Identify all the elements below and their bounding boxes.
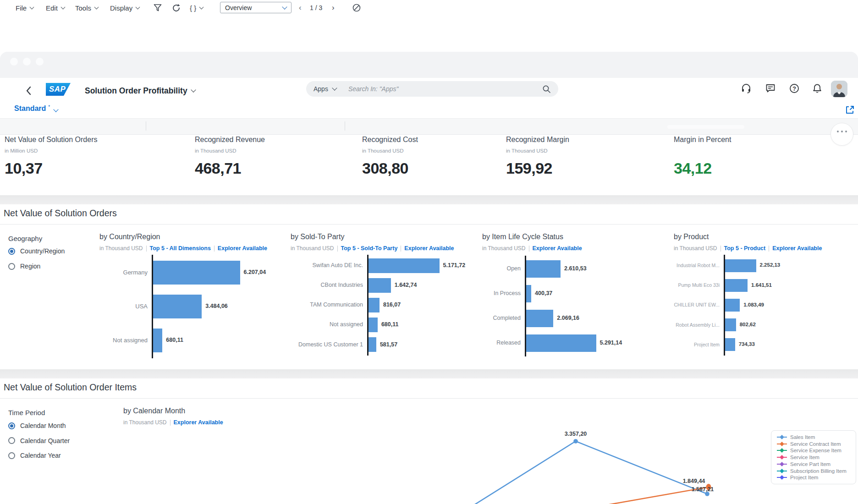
user-avatar[interactable] [831, 81, 847, 97]
bar[interactable] [368, 298, 380, 312]
bar[interactable] [725, 299, 740, 312]
radio-option-calendar-year[interactable]: Calendar Year [8, 452, 61, 459]
bar[interactable] [526, 285, 532, 302]
chart-link[interactable]: Explorer Available [174, 419, 223, 426]
feedback-chat-icon[interactable] [765, 83, 776, 94]
divider [0, 398, 858, 399]
legend-marker-icon [777, 469, 787, 473]
bar-value-label: 5.291,14 [600, 340, 622, 346]
variant-selector[interactable]: Standard* [14, 104, 58, 116]
chart-link[interactable]: Top 5 - Sold-To Party [341, 245, 398, 252]
bar-value-label: 680,11 [381, 321, 399, 328]
share-export-icon[interactable] [845, 105, 855, 115]
search-scope-select[interactable]: Apps [314, 85, 328, 93]
chart-unit: in Thousand USD [291, 245, 334, 252]
bar-chart-subtitle: in Thousand USDExplorer Available [482, 245, 582, 252]
page-prev-icon[interactable]: ‹ [299, 0, 302, 16]
bar[interactable] [368, 278, 391, 293]
legend-item[interactable]: Project Item [777, 475, 853, 480]
chart-legend: Sales ItemService Contract ItemService E… [771, 430, 856, 484]
legend-label: Sales Item [790, 434, 815, 440]
bar[interactable] [526, 260, 561, 278]
legend-label: Project Item [790, 475, 818, 480]
formula-braces-button[interactable]: { } [190, 0, 203, 16]
bar-category-label: TAM Communication [291, 301, 363, 308]
data-point-label: 1.849,44 [683, 478, 705, 484]
radio-label: Calendar Year [20, 452, 61, 459]
filter-icon[interactable] [153, 0, 162, 16]
bar[interactable] [526, 334, 596, 352]
kpi-unit [674, 148, 731, 154]
bar[interactable] [526, 310, 554, 327]
kpi-tile[interactable]: Margin in Percent34,12 [674, 136, 731, 177]
kpi-value: 10,37 [5, 159, 97, 177]
shell-search-bar[interactable]: Apps Search In: "Apps" [306, 81, 558, 97]
back-button[interactable] [22, 84, 35, 97]
kpi-tile[interactable]: Recognized Marginin Thousand USD159,92 [506, 136, 569, 177]
chart-link[interactable]: Top 5 - All Dimensions [150, 245, 211, 252]
radio-option-region[interactable]: Region [8, 263, 40, 270]
bar[interactable] [725, 318, 736, 331]
legend-item[interactable]: Sales Item [777, 434, 853, 440]
bar-category-label: CBont Industries [291, 282, 363, 288]
legend-item[interactable]: Service Item [777, 455, 853, 460]
bar[interactable] [368, 258, 440, 273]
kpi-tile[interactable]: Recognized Costin Thousand USD308,80 [362, 136, 418, 177]
bar[interactable] [725, 259, 756, 272]
bar-value-label: 734,33 [739, 341, 755, 347]
bar-category-label: Not assigned [291, 321, 363, 328]
menu-display[interactable]: Display [110, 0, 139, 16]
chevron-left-icon [26, 86, 32, 95]
radio-icon [8, 437, 15, 444]
radio-option-calendar-quarter[interactable]: Calendar Quarter [8, 437, 70, 444]
menu-file[interactable]: File [16, 0, 33, 16]
radio-selected-icon [8, 248, 15, 255]
search-icon[interactable] [542, 85, 551, 93]
kpi-value: 159,92 [506, 159, 569, 177]
svg-text:?: ? [792, 86, 796, 92]
support-headset-icon[interactable] [741, 83, 752, 94]
window-dot-icon [10, 58, 18, 66]
search-input[interactable]: Search In: "Apps" [348, 85, 399, 93]
legend-label: Service Item [790, 455, 820, 460]
chart-link[interactable]: Explorer Available [218, 245, 267, 252]
view-select[interactable]: Overview [220, 2, 292, 13]
kpi-tile[interactable]: Net Value of Solution Ordersin Million U… [5, 136, 97, 177]
chevron-down-icon [332, 85, 337, 90]
legend-item[interactable]: Service Contract Item [777, 441, 853, 447]
bar[interactable] [725, 338, 735, 351]
bar-chart-title: by Product [674, 233, 709, 241]
legend-item[interactable]: Subscription Billing Item [777, 468, 853, 473]
disable-interaction-icon[interactable] [352, 0, 361, 16]
legend-marker-icon [777, 442, 787, 446]
bar[interactable] [368, 318, 378, 332]
chart-unit: in Thousand USD [482, 245, 526, 252]
bar[interactable] [153, 295, 202, 318]
bar[interactable] [368, 337, 376, 352]
kpi-tile[interactable]: Recognized Revenuein Thousand USD468,71 [195, 136, 265, 177]
legend-item[interactable]: Service Expense Item [777, 448, 853, 453]
kpi-label: Recognized Margin [506, 136, 569, 144]
help-icon[interactable]: ? [789, 83, 800, 94]
menu-edit[interactable]: Edit [46, 0, 65, 16]
window-chrome-bar [0, 52, 858, 78]
bar[interactable] [153, 329, 163, 352]
kpi-unit: in Thousand USD [362, 148, 418, 154]
radio-option-calendar-month[interactable]: Calendar Month [8, 422, 66, 429]
bar[interactable] [153, 261, 240, 285]
page-title: Solution Order Profitability [85, 86, 187, 96]
page-next-icon[interactable]: › [332, 0, 335, 16]
legend-item[interactable]: Service Part Item [777, 461, 853, 467]
chart-link[interactable]: Explorer Available [404, 245, 454, 252]
chart-link[interactable]: Explorer Available [533, 245, 582, 252]
menu-tools[interactable]: Tools [75, 0, 98, 16]
more-options-button[interactable] [830, 123, 853, 146]
section2-title: Net Value of Solution Order Items [4, 382, 137, 393]
app-title-menu[interactable]: Solution Order Profitability [85, 84, 195, 98]
radio-option-country-region[interactable]: Country/Region [8, 247, 65, 255]
chart-link[interactable]: Explorer Available [772, 245, 822, 252]
chart-link[interactable]: Top 5 - Product [724, 245, 766, 252]
refresh-icon[interactable] [171, 0, 181, 16]
bar[interactable] [725, 279, 748, 292]
notifications-bell-icon[interactable] [812, 83, 823, 94]
